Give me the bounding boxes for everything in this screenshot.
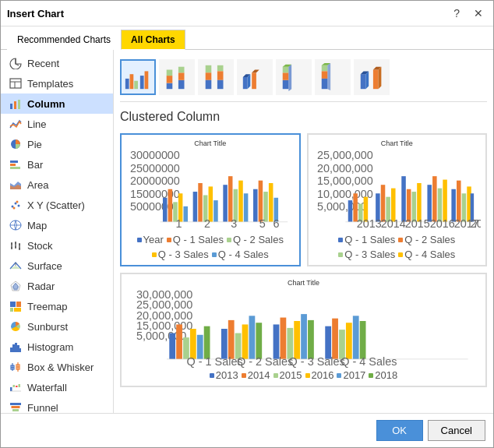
sidebar-item-histogram[interactable]: Histogram — [1, 337, 113, 357]
title-actions: ? ✕ — [450, 5, 487, 21]
svg-rect-49 — [16, 386, 18, 387]
tabs-bar: Recommended Charts All Charts — [1, 26, 493, 50]
svg-text:2: 2 — [204, 217, 210, 230]
svg-rect-74 — [217, 80, 224, 89]
chart-type-100pct-col[interactable] — [198, 59, 234, 95]
ok-button[interactable]: OK — [376, 420, 423, 441]
sidebar-item-funnel[interactable]: Funnel — [1, 397, 113, 413]
sidebar-item-line[interactable]: Line — [1, 114, 113, 134]
svg-rect-106 — [193, 192, 198, 222]
svg-rect-137 — [380, 185, 385, 222]
svg-text:2015: 2015 — [404, 217, 429, 230]
svg-rect-90 — [361, 74, 366, 89]
svg-rect-67 — [178, 72, 185, 80]
svg-rect-62 — [145, 71, 149, 89]
tab-all-charts[interactable]: All Charts — [121, 30, 185, 50]
sidebar-item-waterfall[interactable]: Waterfall — [1, 377, 113, 397]
dialog-title: Insert Chart — [7, 8, 64, 19]
chart-type-3d-100pct[interactable] — [315, 59, 351, 95]
chart-type-3d-stacked[interactable] — [276, 59, 312, 95]
cancel-button[interactable]: Cancel — [428, 420, 485, 441]
chart-preview-1[interactable]: Chart Title 30000000 25000000 20000000 1… — [120, 133, 301, 266]
close-button[interactable]: ✕ — [470, 5, 487, 21]
svg-rect-82 — [283, 67, 289, 73]
svg-rect-147 — [443, 180, 447, 222]
sidebar-item-scatter[interactable]: X Y (Scatter) — [1, 195, 113, 215]
sidebar-label-pie: Pie — [27, 139, 42, 150]
tab-recommended[interactable]: Recommended Charts — [7, 30, 121, 50]
column-icon — [9, 97, 23, 110]
chart-preview-3[interactable]: Chart Title 30,000,000 25,000,000 20,000… — [120, 273, 487, 387]
pie-icon — [9, 138, 23, 150]
svg-rect-50 — [19, 384, 21, 387]
sidebar-item-pie[interactable]: Pie — [1, 134, 113, 154]
sidebar-item-templates[interactable]: Templates — [1, 73, 113, 93]
svg-rect-178 — [281, 318, 287, 359]
svg-rect-60 — [134, 81, 138, 89]
svg-rect-80 — [283, 80, 289, 89]
sidebar-item-bar[interactable]: Bar — [1, 154, 113, 175]
sidebar-item-column[interactable]: Column — [1, 93, 113, 114]
svg-text:3: 3 — [231, 217, 237, 230]
chart-type-3d-col[interactable] — [354, 59, 390, 95]
svg-rect-37 — [12, 344, 15, 352]
map-icon — [9, 219, 23, 231]
surface-icon — [9, 259, 23, 272]
chart-type-3d-clustered[interactable] — [237, 59, 273, 95]
svg-rect-65 — [167, 70, 173, 76]
sidebar-label-treemap: Treemap — [27, 301, 68, 312]
svg-text:5: 5 — [259, 217, 266, 230]
insert-chart-dialog: Insert Chart ? ✕ Recommended Charts All … — [0, 0, 494, 448]
sidebar-item-recent[interactable]: Recent — [1, 53, 113, 73]
svg-rect-48 — [13, 385, 16, 387]
svg-rect-33 — [10, 308, 13, 312]
chart-area-2: 25,000,000 20,000,000 15,000,000 10,000,… — [313, 150, 482, 232]
svg-rect-72 — [217, 65, 224, 72]
sidebar-label-waterfall: Waterfall — [27, 382, 67, 393]
chart-area-1: 30000000 25000000 20000000 15000000 5000… — [126, 150, 295, 232]
treemap-icon — [9, 300, 23, 312]
title-bar: Insert Chart ? ✕ — [1, 1, 493, 26]
svg-rect-34 — [14, 308, 21, 312]
sidebar-label-funnel: Funnel — [27, 402, 58, 414]
sidebar-item-stock[interactable]: Stock — [1, 235, 113, 256]
sidebar-item-surface[interactable]: Surface — [1, 256, 113, 276]
svg-rect-146 — [437, 189, 442, 222]
sidebar-label-stock: Stock — [27, 240, 53, 252]
sidebar-label-bar: Bar — [27, 159, 43, 171]
svg-rect-172 — [228, 320, 235, 359]
boxwhisker-icon — [9, 361, 23, 373]
svg-rect-54 — [12, 409, 19, 411]
svg-rect-39 — [17, 345, 19, 352]
svg-text:15,000,000: 15,000,000 — [316, 175, 372, 187]
svg-rect-87 — [322, 79, 328, 89]
chart-preview-2[interactable]: Chart Title 25,000,000 20,000,000 15,000… — [307, 133, 488, 266]
sidebar-label-templates: Templates — [27, 78, 73, 90]
chart-type-stacked-col[interactable] — [159, 59, 195, 95]
svg-rect-81 — [283, 72, 289, 80]
sidebar-item-treemap[interactable]: Treemap — [1, 296, 113, 316]
help-button[interactable]: ? — [450, 5, 464, 21]
svg-rect-184 — [332, 319, 338, 359]
svg-rect-139 — [391, 189, 396, 222]
sidebar-item-sunburst[interactable]: Sunburst — [1, 316, 113, 337]
svg-rect-68 — [178, 67, 185, 73]
svg-rect-111 — [223, 185, 228, 222]
svg-rect-166 — [176, 324, 182, 358]
sidebar-item-radar[interactable]: Radar — [1, 276, 113, 296]
chart-legend-1: Year Q - 1 Sales Q - 2 Sales Q - 3 Sales… — [126, 234, 295, 260]
svg-rect-61 — [140, 76, 144, 89]
svg-rect-78 — [252, 72, 256, 89]
svg-rect-177 — [273, 324, 280, 358]
svg-rect-36 — [10, 347, 12, 352]
sidebar-item-boxwhisker[interactable]: Box & Whisker — [1, 357, 113, 377]
sidebar-item-area[interactable]: Area — [1, 175, 113, 195]
line-icon — [9, 118, 23, 130]
svg-rect-75 — [243, 77, 248, 89]
svg-rect-109 — [209, 186, 213, 221]
svg-rect-31 — [10, 302, 16, 307]
sidebar-label-recent: Recent — [27, 58, 59, 69]
sidebar-item-map[interactable]: Map — [1, 215, 113, 235]
chart-type-clustered-col[interactable] — [120, 59, 156, 95]
svg-point-15 — [13, 207, 16, 210]
